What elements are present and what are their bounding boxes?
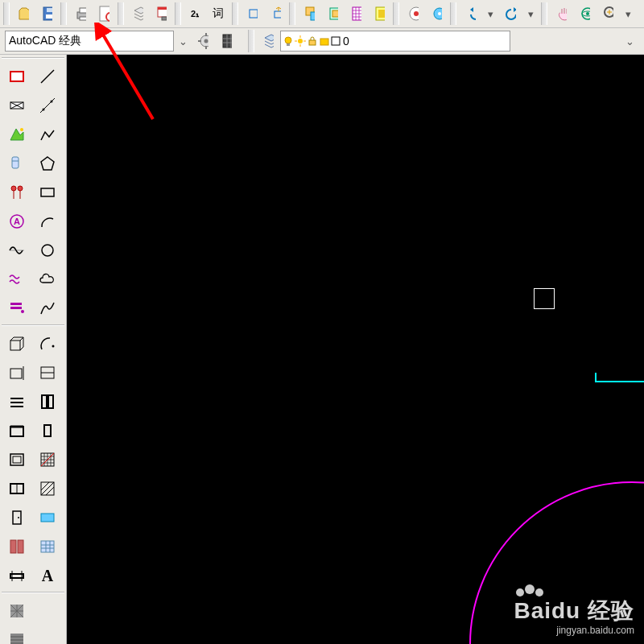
- pan-icon[interactable]: [550, 2, 572, 25]
- stack-icon[interactable]: [2, 294, 31, 323]
- layer-dropdown-icon[interactable]: ⌄: [621, 31, 638, 51]
- svg-rect-80: [42, 395, 47, 408]
- svg-point-72: [52, 345, 55, 348]
- arc-icon[interactable]: [33, 207, 62, 236]
- svg-point-55: [20, 128, 23, 131]
- wall-icon[interactable]: [33, 358, 62, 387]
- svg-rect-15: [311, 12, 315, 20]
- frame2-icon[interactable]: [33, 416, 62, 445]
- box3d-icon[interactable]: [2, 329, 31, 358]
- region-icon[interactable]: [368, 2, 390, 25]
- green-fill-icon[interactable]: [2, 120, 31, 149]
- grid-settings-icon[interactable]: [215, 30, 237, 52]
- text-style-icon[interactable]: 词: [207, 2, 229, 25]
- svg-rect-94: [41, 514, 54, 522]
- beam-icon[interactable]: [2, 561, 31, 590]
- svg-point-39: [298, 39, 303, 43]
- open-icon[interactable]: [12, 2, 35, 25]
- tex1-icon[interactable]: [2, 597, 31, 625]
- workspace-dropdown-icon[interactable]: ⌄: [175, 31, 191, 51]
- red-box-icon[interactable]: [2, 62, 31, 91]
- svg-rect-13: [275, 11, 281, 18]
- toolbar-separator: [175, 2, 181, 25]
- zoom-icon[interactable]: [597, 2, 619, 25]
- layer-select[interactable]: 0: [280, 31, 510, 52]
- svg-marker-58: [41, 157, 54, 170]
- arc2-icon[interactable]: [33, 329, 62, 358]
- save-icon[interactable]: [35, 2, 58, 25]
- xline-icon[interactable]: [33, 91, 62, 120]
- palette-separator: [2, 324, 64, 326]
- block-edit-icon[interactable]: [321, 2, 344, 25]
- svg-rect-56: [12, 157, 19, 168]
- rectangle-icon[interactable]: [33, 178, 62, 207]
- frame-icon[interactable]: [2, 416, 31, 445]
- layer-state-icons: [283, 35, 341, 47]
- dims-icon[interactable]: [2, 178, 31, 207]
- undo-icon[interactable]: [459, 2, 481, 25]
- line-icon[interactable]: [33, 62, 62, 91]
- workspace-settings-icon[interactable]: [192, 30, 214, 52]
- lines3-icon[interactable]: [2, 387, 31, 416]
- properties-icon[interactable]: [150, 2, 172, 25]
- spline-icon[interactable]: [33, 294, 62, 323]
- table-icon[interactable]: [402, 2, 424, 25]
- undo-dropdown-icon[interactable]: ▾: [482, 4, 498, 23]
- svg-rect-97: [41, 541, 54, 552]
- col-icon[interactable]: [33, 387, 62, 416]
- hatch2-icon[interactable]: [33, 445, 62, 474]
- text-A-icon[interactable]: A: [33, 561, 62, 590]
- text-a-icon[interactable]: A: [2, 207, 31, 236]
- layer-name: 0: [343, 35, 508, 47]
- svg-point-54: [51, 101, 53, 103]
- layers-icon[interactable]: [126, 2, 149, 25]
- table-icon[interactable]: [33, 532, 62, 561]
- hatch-x-icon[interactable]: [2, 91, 31, 120]
- redo-dropdown-icon[interactable]: ▾: [522, 4, 539, 23]
- svg-point-37: [285, 37, 291, 43]
- print-icon[interactable]: [69, 2, 92, 25]
- svg-point-70: [21, 310, 24, 313]
- polygon-icon[interactable]: [33, 149, 62, 178]
- redo-icon[interactable]: [499, 2, 522, 25]
- orbit-icon[interactable]: [573, 2, 596, 25]
- polyline-icon[interactable]: [33, 120, 62, 149]
- tag-icon[interactable]: [2, 149, 31, 178]
- star-icon[interactable]: [425, 2, 448, 25]
- main-toolbar: 2₁ 词 ▾ ▾ ▾: [0, 0, 644, 28]
- svg-point-53: [43, 109, 45, 111]
- svg-rect-44: [309, 40, 316, 45]
- move-icon[interactable]: [264, 2, 287, 25]
- wave-icon[interactable]: [2, 265, 31, 294]
- toolbar-separator: [3, 2, 10, 25]
- rect-fill-icon[interactable]: [33, 503, 62, 532]
- grid-icon[interactable]: [2, 358, 31, 387]
- hatch3-icon[interactable]: [33, 474, 62, 503]
- workspace-select[interactable]: [5, 31, 174, 52]
- stretch-icon[interactable]: [241, 2, 263, 25]
- tex2-icon[interactable]: [2, 625, 31, 644]
- cyan-line: [595, 381, 644, 382]
- window-icon[interactable]: [2, 474, 31, 503]
- color-swatch-icon: [331, 36, 341, 46]
- dim-style-icon[interactable]: 2₁: [184, 2, 206, 25]
- block-insert-icon[interactable]: [298, 2, 320, 25]
- svg-rect-47: [10, 72, 23, 81]
- svg-rect-68: [10, 303, 22, 305]
- left-tool-palettes: A A: [0, 55, 67, 644]
- palette-separator: [2, 57, 64, 59]
- svg-rect-81: [48, 395, 53, 408]
- svg-text:A: A: [14, 217, 20, 226]
- circle-icon[interactable]: [33, 236, 62, 265]
- hatch-icon[interactable]: [345, 2, 367, 25]
- drawing-canvas[interactable]: Baidu 经验 jingyan.baidu.com: [67, 55, 644, 644]
- sine-icon[interactable]: [2, 236, 31, 265]
- svg-rect-1: [46, 14, 52, 19]
- plot-preview-icon[interactable]: [93, 2, 115, 25]
- zoom-dropdown-icon[interactable]: ▾: [620, 4, 636, 23]
- door-icon[interactable]: [2, 503, 31, 532]
- layer-manager-icon[interactable]: [257, 30, 279, 52]
- hatch4-icon[interactable]: [2, 532, 31, 561]
- cloud-icon[interactable]: [33, 265, 62, 294]
- frame3-icon[interactable]: [2, 445, 31, 474]
